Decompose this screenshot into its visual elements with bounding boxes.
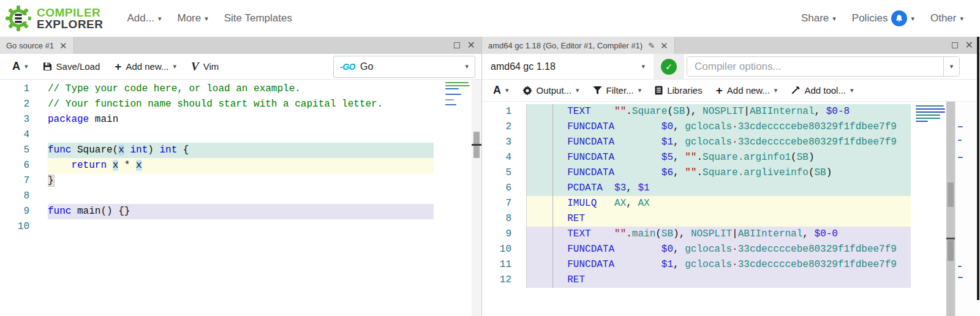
- compiler-explorer-logo[interactable]: COMPILER EXPLORER: [5, 5, 104, 32]
- code-line[interactable]: 4 FUNCDATA $5, "".Square.arginfo1(SB): [482, 150, 911, 165]
- line-content[interactable]: }: [48, 173, 434, 189]
- nav-add-menu[interactable]: Add... ▾: [119, 12, 170, 24]
- source-editor-pane: Go source #1 ✕ ✕ A ▾: [0, 37, 482, 316]
- compiler-select[interactable]: amd64 gc 1.18 ▾: [482, 54, 654, 79]
- asm-scrollbar[interactable]: [946, 102, 955, 316]
- chevron-down-icon: ▾: [950, 63, 954, 70]
- code-line[interactable]: 1 TEXT "".Square(SB), NOSPLIT|ABIInterna…: [482, 104, 911, 119]
- brand-wordmark: COMPILER EXPLORER: [37, 7, 104, 30]
- line-content[interactable]: TEXT "".Square(SB), NOSPLIT|ABIInternal,…: [526, 104, 911, 119]
- line-content[interactable]: TEXT "".main(SB), NOSPLIT|ABIInternal, $…: [526, 227, 911, 242]
- gear-icon: [522, 86, 532, 96]
- add-tool-button[interactable]: Add tool... ▾: [785, 82, 859, 99]
- line-content[interactable]: IMULQ AX, AX: [526, 196, 911, 211]
- line-content[interactable]: PCDATA $3, $1: [526, 181, 911, 196]
- code-line[interactable]: 5 FUNCDATA $6, "".Square.argliveinfo(SB): [482, 165, 911, 181]
- code-line[interactable]: 12 RET: [482, 273, 911, 288]
- compile-success-check-icon: ✓: [661, 59, 677, 75]
- line-content[interactable]: [48, 189, 434, 204]
- source-minimap[interactable]: [443, 80, 472, 316]
- line-content[interactable]: [48, 127, 434, 143]
- line-content[interactable]: RET: [526, 273, 911, 288]
- line-content[interactable]: func main() {}: [48, 204, 434, 219]
- line-content[interactable]: FUNCDATA $0, gclocals·33cdeccccebe80329f…: [526, 119, 911, 135]
- close-icon[interactable]: ✕: [59, 41, 67, 50]
- code-line[interactable]: 10: [0, 219, 434, 235]
- tab-compiler-output[interactable]: amd64 gc 1.18 (Go, Editor #1, Compiler #…: [482, 37, 675, 54]
- code-line[interactable]: 7}: [0, 173, 434, 189]
- line-content[interactable]: FUNCDATA $1, gclocals·33cdeccccebe80329f…: [526, 135, 911, 150]
- code-line[interactable]: 6 PCDATA $3, $1: [482, 181, 911, 196]
- code-line[interactable]: 6 return x * x: [0, 158, 434, 173]
- go-source-editor[interactable]: 1// Type your code here, or load an exam…: [0, 80, 481, 316]
- line-number: 7: [482, 196, 526, 211]
- code-line[interactable]: 7 IMULQ AX, AX: [482, 196, 911, 211]
- line-number: 5: [482, 165, 526, 181]
- compiler-pane-window-controls: ✕: [946, 37, 979, 54]
- code-line[interactable]: 9 TEXT "".main(SB), NOSPLIT|ABIInternal,…: [482, 227, 911, 242]
- nav-share-menu[interactable]: Share ▾: [793, 12, 844, 24]
- line-number: 2: [482, 119, 526, 135]
- add-new-button[interactable]: + Add new... ▾: [710, 82, 784, 99]
- tab-title: amd64 gc 1.18 (Go, Editor #1, Compiler #…: [488, 41, 643, 50]
- line-content[interactable]: return x * x: [48, 158, 434, 173]
- nav-more-menu[interactable]: More ▾: [169, 12, 216, 24]
- code-line[interactable]: 8: [0, 189, 434, 204]
- compiler-options-input[interactable]: [687, 57, 943, 76]
- compiler-output-pane: amd64 gc 1.18 (Go, Editor #1, Compiler #…: [482, 37, 979, 316]
- edit-title-icon[interactable]: ✎: [648, 41, 655, 50]
- code-line[interactable]: 2 FUNCDATA $0, gclocals·33cdeccccebe8032…: [482, 119, 911, 135]
- save-load-button[interactable]: Save/Load: [37, 57, 107, 77]
- line-content[interactable]: func Square(x int) int {: [48, 143, 434, 158]
- chevron-down-icon: ▾: [960, 15, 963, 22]
- options-dropdown-button[interactable]: ▾: [943, 57, 959, 76]
- nav-other-menu[interactable]: Other ▾: [922, 12, 971, 24]
- output-button[interactable]: Output... ▾: [516, 82, 586, 99]
- code-line[interactable]: 3package main: [0, 112, 434, 127]
- code-line[interactable]: 3 FUNCDATA $1, gclocals·33cdeccccebe8032…: [482, 135, 911, 150]
- asm-minimap[interactable]: [913, 102, 946, 316]
- add-new-button[interactable]: + Add new... ▾: [108, 57, 183, 77]
- editor-gap: [434, 80, 443, 316]
- code-line[interactable]: 2// Your function name should start with…: [0, 97, 434, 112]
- chevron-down-icon: ▾: [638, 87, 642, 94]
- chevron-down-icon: ▾: [911, 15, 914, 22]
- tab-go-source[interactable]: Go source #1 ✕: [0, 37, 74, 54]
- line-content[interactable]: FUNCDATA $6, "".Square.argliveinfo(SB): [526, 165, 911, 181]
- nav-policies-menu[interactable]: Policies ▾: [844, 10, 922, 26]
- source-scrollbar[interactable]: [472, 80, 481, 316]
- close-icon[interactable]: ✕: [467, 40, 475, 50]
- language-select[interactable]: -GO Go ▾: [333, 56, 475, 78]
- code-line[interactable]: 11 FUNCDATA $1, gclocals·33cdeccccebe803…: [482, 257, 911, 273]
- line-content[interactable]: FUNCDATA $0, gclocals·33cdeccccebe80329f…: [526, 242, 911, 257]
- chevron-down-icon: ▾: [205, 15, 208, 22]
- code-line[interactable]: 5func Square(x int) int {: [0, 143, 434, 158]
- nav-site-templates[interactable]: Site Templates: [216, 12, 300, 24]
- libraries-button[interactable]: Libraries: [649, 82, 709, 99]
- font-size-button[interactable]: A ▾: [487, 82, 515, 99]
- line-content[interactable]: package main: [48, 112, 434, 127]
- line-content[interactable]: FUNCDATA $1, gclocals·33cdeccccebe80329f…: [526, 257, 911, 273]
- maximize-icon[interactable]: [952, 42, 958, 48]
- font-size-button[interactable]: A ▾: [6, 57, 34, 77]
- scrollbar-thumb[interactable]: [948, 240, 954, 261]
- code-line[interactable]: 8 RET: [482, 211, 911, 227]
- line-content[interactable]: [48, 219, 434, 235]
- code-line[interactable]: 10 FUNCDATA $0, gclocals·33cdeccccebe803…: [482, 242, 911, 257]
- close-icon[interactable]: ✕: [965, 40, 973, 50]
- line-content[interactable]: FUNCDATA $5, "".Square.arginfo1(SB): [526, 150, 911, 165]
- notification-badge[interactable]: [891, 10, 907, 26]
- code-line[interactable]: 4: [0, 127, 434, 143]
- asm-output-editor[interactable]: 1 TEXT "".Square(SB), NOSPLIT|ABIInterna…: [482, 102, 979, 316]
- close-icon[interactable]: ✕: [660, 41, 668, 50]
- filter-button[interactable]: Filter... ▾: [587, 82, 648, 99]
- code-line[interactable]: 1// Type your code here, or load an exam…: [0, 81, 434, 97]
- chevron-down-icon: ▾: [173, 63, 176, 70]
- vim-toggle-button[interactable]: V Vim: [185, 57, 225, 77]
- line-content[interactable]: // Your function name should start with …: [48, 97, 434, 112]
- line-content[interactable]: RET: [526, 211, 911, 227]
- line-content[interactable]: // Type your code here, or load an examp…: [48, 81, 434, 97]
- scrollbar-thumb[interactable]: [948, 182, 954, 207]
- code-line[interactable]: 9func main() {}: [0, 204, 434, 219]
- maximize-icon[interactable]: [454, 42, 460, 48]
